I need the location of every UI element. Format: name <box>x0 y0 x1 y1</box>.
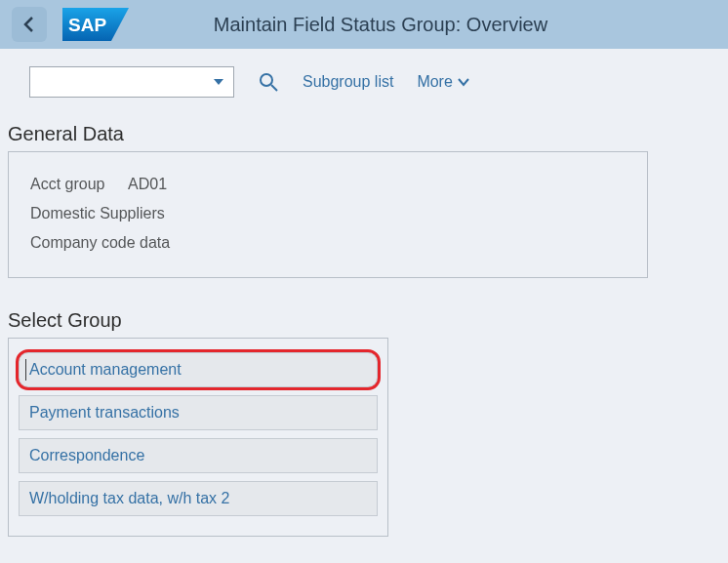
acct-group-label: Acct group <box>30 176 128 193</box>
group-correspondence[interactable]: Correspondence <box>19 438 378 473</box>
chevron-down-icon <box>457 77 470 87</box>
subgroup-list-link[interactable]: Subgroup list <box>303 73 393 91</box>
toolbar: Subgroup list More <box>0 49 728 115</box>
select-group-heading: Select Group <box>8 309 728 332</box>
acct-group-value: AD01 <box>128 176 167 193</box>
general-data-heading: General Data <box>8 123 728 145</box>
back-button[interactable] <box>12 7 47 42</box>
svg-text:SAP: SAP <box>68 15 106 35</box>
group-wh-tax[interactable]: W/holding tax data, w/h tax 2 <box>19 481 378 516</box>
select-group-box: Account management Payment transactions … <box>8 338 388 537</box>
group-account-management[interactable]: Account management <box>19 352 378 387</box>
header-bar: SAP Maintain Field Status Group: Overvie… <box>0 0 728 49</box>
svg-line-3 <box>271 85 277 91</box>
sap-logo: SAP <box>62 8 129 41</box>
chevron-left-icon <box>22 16 36 33</box>
action-dropdown[interactable] <box>29 66 234 98</box>
more-label: More <box>417 73 452 91</box>
page-title: Maintain Field Status Group: Overview <box>152 14 716 36</box>
search-icon <box>259 72 278 92</box>
search-button[interactable] <box>258 71 279 93</box>
general-data-box: Acct group AD01 Domestic Suppliers Compa… <box>8 151 648 278</box>
more-menu[interactable]: More <box>417 73 469 91</box>
group-payment-transactions[interactable]: Payment transactions <box>19 395 378 430</box>
acct-group-description: Domestic Suppliers <box>30 205 626 222</box>
acct-subobject: Company code data <box>30 234 626 252</box>
svg-point-2 <box>261 74 272 86</box>
